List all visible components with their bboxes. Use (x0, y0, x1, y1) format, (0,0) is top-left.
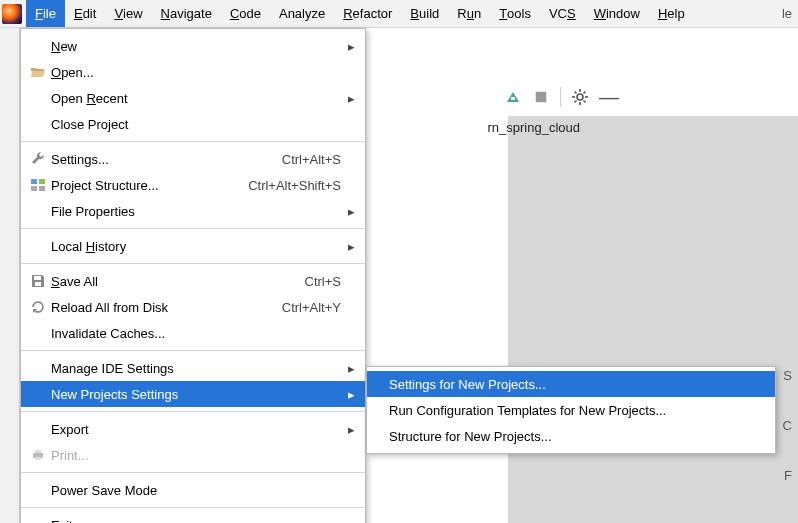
menu-edit[interactable]: Edit (65, 0, 105, 27)
submenu-item-label: Run Configuration Templates for New Proj… (389, 403, 666, 418)
editor-area: S C F — rn_spring_cloud New▸Open...Open … (0, 28, 798, 523)
menu-item-label: Export (49, 422, 341, 437)
submenu-arrow-icon: ▸ (341, 204, 355, 219)
menu-item-label: Power Save Mode (49, 483, 341, 498)
svg-rect-18 (35, 450, 41, 453)
menu-window[interactable]: Window (585, 0, 649, 27)
menu-code[interactable]: Code (221, 0, 270, 27)
menu-item-open-recent[interactable]: Open Recent▸ (21, 85, 365, 111)
save-icon (27, 273, 49, 289)
submenu-arrow-icon: ▸ (341, 91, 355, 106)
menu-item-label: Project Structure... (49, 178, 248, 193)
breadcrumb-fragment[interactable]: rn_spring_cloud (487, 120, 580, 135)
submenu-arrow-icon: ▸ (341, 39, 355, 54)
menu-item-close-project[interactable]: Close Project (21, 111, 365, 137)
build-icon[interactable] (504, 88, 522, 106)
stop-icon[interactable] (532, 88, 550, 106)
right-hint: S (783, 368, 792, 383)
menu-item-exit[interactable]: Exit (21, 512, 365, 523)
svg-rect-13 (31, 186, 37, 191)
menu-shortcut: Ctrl+Alt+S (282, 152, 341, 167)
menu-item-local-history[interactable]: Local History▸ (21, 233, 365, 259)
svg-point-2 (577, 94, 583, 100)
menu-item-power-save-mode[interactable]: Power Save Mode (21, 477, 365, 503)
submenu-item-settings-for-new-projects[interactable]: Settings for New Projects... (367, 371, 775, 397)
folder-open-icon (27, 64, 49, 80)
menu-view[interactable]: View (105, 0, 151, 27)
menu-run[interactable]: Run (448, 0, 490, 27)
menu-item-label: Close Project (49, 117, 341, 132)
file-menu-dropdown: New▸Open...Open Recent▸Close ProjectSett… (20, 28, 366, 523)
svg-rect-14 (39, 186, 45, 191)
menu-item-settings[interactable]: Settings...Ctrl+Alt+S (21, 146, 365, 172)
toolbar-dash[interactable]: — (599, 86, 619, 109)
editor-background: S C F (370, 116, 798, 523)
right-hint: F (784, 468, 792, 483)
menu-item-new[interactable]: New▸ (21, 33, 365, 59)
menu-item-invalidate-caches[interactable]: Invalidate Caches... (21, 320, 365, 346)
svg-rect-1 (536, 92, 547, 103)
app-icon (2, 4, 22, 24)
menu-separator (21, 141, 365, 142)
reload-icon (27, 299, 49, 315)
menu-item-new-projects-settings[interactable]: New Projects Settings▸ (21, 381, 365, 407)
menu-separator (21, 263, 365, 264)
menu-separator (21, 411, 365, 412)
menu-item-file-properties[interactable]: File Properties▸ (21, 198, 365, 224)
menu-separator (21, 228, 365, 229)
svg-rect-16 (35, 282, 41, 286)
svg-rect-15 (34, 276, 41, 280)
svg-rect-11 (31, 179, 37, 184)
svg-line-7 (575, 92, 577, 94)
menubar: FileEditViewNavigateCodeAnalyzeRefactorB… (0, 0, 798, 28)
menu-navigate[interactable]: Navigate (152, 0, 221, 27)
submenu-arrow-icon: ▸ (341, 387, 355, 402)
menu-help[interactable]: Help (649, 0, 694, 27)
menu-item-label: Open Recent (49, 91, 341, 106)
menu-item-label: Save All (49, 274, 305, 289)
menu-item-label: Print... (49, 448, 341, 463)
main-toolbar-fragment: — (498, 82, 798, 112)
submenu-arrow-icon: ▸ (341, 361, 355, 376)
menu-item-label: Invalidate Caches... (49, 326, 341, 341)
submenu-item-structure-for-new-projects[interactable]: Structure for New Projects... (367, 423, 775, 449)
svg-line-8 (584, 101, 586, 103)
print-icon (27, 447, 49, 463)
svg-rect-12 (39, 179, 45, 184)
menu-file[interactable]: File (26, 0, 65, 27)
submenu-item-label: Settings for New Projects... (389, 377, 546, 392)
menu-shortcut: Ctrl+Alt+Shift+S (248, 178, 341, 193)
submenu-item-label: Structure for New Projects... (389, 429, 552, 444)
menu-item-label: New Projects Settings (49, 387, 341, 402)
menu-separator (21, 507, 365, 508)
menu-build[interactable]: Build (401, 0, 448, 27)
svg-rect-19 (35, 457, 41, 460)
project-structure-icon (27, 177, 49, 193)
menu-item-label: Manage IDE Settings (49, 361, 341, 376)
submenu-arrow-icon: ▸ (341, 422, 355, 437)
left-toolwindow-stripe[interactable] (0, 28, 20, 523)
menu-item-label: New (49, 39, 341, 54)
menubar-overflow-text: le (694, 0, 798, 27)
menu-item-export[interactable]: Export▸ (21, 416, 365, 442)
menu-item-print: Print... (21, 442, 365, 468)
toolbar-divider (560, 87, 561, 107)
submenu-item-run-configuration-templates-for-new-projects[interactable]: Run Configuration Templates for New Proj… (367, 397, 775, 423)
menu-analyze[interactable]: Analyze (270, 0, 334, 27)
menu-refactor[interactable]: Refactor (334, 0, 401, 27)
submenu-arrow-icon: ▸ (341, 239, 355, 254)
svg-line-9 (575, 101, 577, 103)
menu-vcs[interactable]: VCS (540, 0, 585, 27)
gear-icon[interactable] (571, 88, 589, 106)
menu-item-label: File Properties (49, 204, 341, 219)
menu-item-save-all[interactable]: Save AllCtrl+S (21, 268, 365, 294)
svg-line-10 (584, 92, 586, 94)
menu-separator (21, 472, 365, 473)
menu-item-project-structure[interactable]: Project Structure...Ctrl+Alt+Shift+S (21, 172, 365, 198)
menu-item-manage-ide-settings[interactable]: Manage IDE Settings▸ (21, 355, 365, 381)
wrench-icon (27, 151, 49, 167)
menu-tools[interactable]: Tools (490, 0, 540, 27)
menu-item-label: Local History (49, 239, 341, 254)
menu-item-open[interactable]: Open... (21, 59, 365, 85)
menu-item-reload-all-from-disk[interactable]: Reload All from DiskCtrl+Alt+Y (21, 294, 365, 320)
